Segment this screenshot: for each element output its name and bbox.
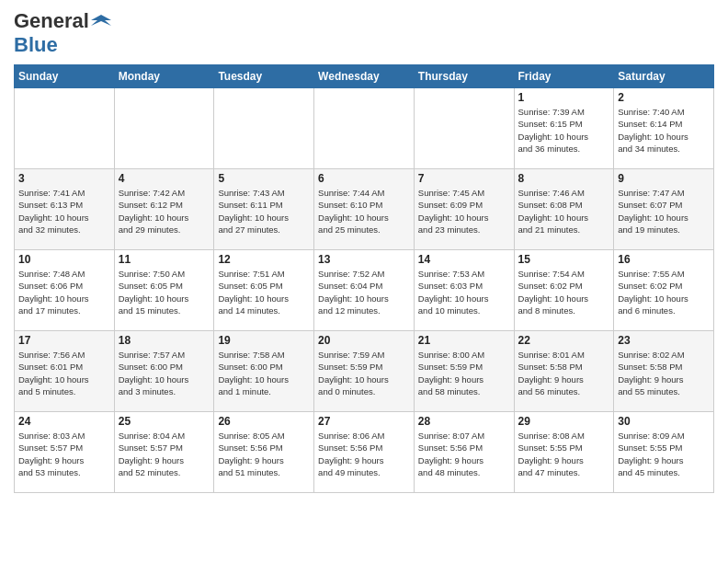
day-number: 19 <box>218 334 310 347</box>
day-content: Sunrise: 7:55 AM Sunset: 6:02 PM Dayligh… <box>618 268 710 316</box>
day-number: 22 <box>518 334 610 347</box>
calendar-cell: 14Sunrise: 7:53 AM Sunset: 6:03 PM Dayli… <box>414 250 514 331</box>
calendar-cell: 11Sunrise: 7:50 AM Sunset: 6:05 PM Dayli… <box>114 250 214 331</box>
day-content: Sunrise: 7:40 AM Sunset: 6:14 PM Dayligh… <box>618 106 710 155</box>
day-content: Sunrise: 7:54 AM Sunset: 6:02 PM Dayligh… <box>518 268 610 316</box>
day-number: 13 <box>318 253 410 266</box>
day-number: 26 <box>218 415 310 428</box>
day-content: Sunrise: 7:52 AM Sunset: 6:04 PM Dayligh… <box>318 268 410 316</box>
calendar-cell: 29Sunrise: 8:08 AM Sunset: 5:55 PM Dayli… <box>514 412 614 493</box>
calendar-cell: 6Sunrise: 7:44 AM Sunset: 6:10 PM Daylig… <box>314 169 415 250</box>
day-number: 3 <box>18 172 110 185</box>
calendar-cell: 25Sunrise: 8:04 AM Sunset: 5:57 PM Dayli… <box>114 412 214 493</box>
day-content: Sunrise: 8:08 AM Sunset: 5:55 PM Dayligh… <box>518 430 610 478</box>
day-number: 17 <box>18 334 110 347</box>
day-content: Sunrise: 8:01 AM Sunset: 5:58 PM Dayligh… <box>518 349 610 397</box>
calendar-cell: 20Sunrise: 7:59 AM Sunset: 5:59 PM Dayli… <box>314 331 415 412</box>
calendar-cell: 21Sunrise: 8:00 AM Sunset: 5:59 PM Dayli… <box>414 331 514 412</box>
day-number: 23 <box>618 334 710 347</box>
day-number: 21 <box>418 334 510 347</box>
day-number: 1 <box>518 91 610 104</box>
calendar-cell: 12Sunrise: 7:51 AM Sunset: 6:05 PM Dayli… <box>214 250 314 331</box>
calendar-week-row: 17Sunrise: 7:56 AM Sunset: 6:01 PM Dayli… <box>15 331 714 412</box>
day-number: 27 <box>318 415 410 428</box>
day-content: Sunrise: 8:05 AM Sunset: 5:56 PM Dayligh… <box>218 430 310 478</box>
day-content: Sunrise: 8:09 AM Sunset: 5:55 PM Dayligh… <box>618 430 710 478</box>
calendar-cell: 5Sunrise: 7:43 AM Sunset: 6:11 PM Daylig… <box>214 169 314 250</box>
day-content: Sunrise: 8:02 AM Sunset: 5:58 PM Dayligh… <box>618 349 710 397</box>
day-content: Sunrise: 7:43 AM Sunset: 6:11 PM Dayligh… <box>218 187 310 236</box>
day-number: 14 <box>418 253 510 266</box>
day-content: Sunrise: 7:46 AM Sunset: 6:08 PM Dayligh… <box>518 187 610 236</box>
calendar-cell: 16Sunrise: 7:55 AM Sunset: 6:02 PM Dayli… <box>614 250 714 331</box>
day-content: Sunrise: 7:57 AM Sunset: 6:00 PM Dayligh… <box>119 349 210 397</box>
calendar-cell: 18Sunrise: 7:57 AM Sunset: 6:00 PM Dayli… <box>114 331 214 412</box>
day-number: 30 <box>618 415 710 428</box>
calendar-cell: 19Sunrise: 7:58 AM Sunset: 6:00 PM Dayli… <box>214 331 314 412</box>
calendar-cell: 28Sunrise: 8:07 AM Sunset: 5:56 PM Dayli… <box>414 412 514 493</box>
day-content: Sunrise: 7:45 AM Sunset: 6:09 PM Dayligh… <box>418 187 510 236</box>
day-content: Sunrise: 8:07 AM Sunset: 5:56 PM Dayligh… <box>418 430 510 478</box>
day-content: Sunrise: 7:42 AM Sunset: 6:12 PM Dayligh… <box>119 187 210 236</box>
svg-marker-0 <box>91 15 111 26</box>
calendar-cell: 27Sunrise: 8:06 AM Sunset: 5:56 PM Dayli… <box>314 412 415 493</box>
day-content: Sunrise: 8:06 AM Sunset: 5:56 PM Dayligh… <box>318 430 410 478</box>
day-number: 28 <box>418 415 510 428</box>
calendar-cell: 26Sunrise: 8:05 AM Sunset: 5:56 PM Dayli… <box>214 412 314 493</box>
day-number: 8 <box>518 172 610 185</box>
day-number: 11 <box>119 253 210 266</box>
day-content: Sunrise: 8:04 AM Sunset: 5:57 PM Dayligh… <box>119 430 210 478</box>
day-number: 10 <box>18 253 110 266</box>
calendar-cell: 13Sunrise: 7:52 AM Sunset: 6:04 PM Dayli… <box>314 250 415 331</box>
calendar-cell: 17Sunrise: 7:56 AM Sunset: 6:01 PM Dayli… <box>15 331 115 412</box>
logo-bird-icon <box>91 11 111 31</box>
calendar-cell <box>414 88 514 169</box>
day-number: 9 <box>618 172 710 185</box>
day-number: 4 <box>119 172 210 185</box>
day-number: 25 <box>119 415 210 428</box>
header-day-sunday: Sunday <box>15 65 115 88</box>
day-content: Sunrise: 7:50 AM Sunset: 6:05 PM Dayligh… <box>119 268 210 316</box>
logo: General Blue <box>14 9 111 57</box>
day-number: 7 <box>418 172 510 185</box>
calendar-cell: 4Sunrise: 7:42 AM Sunset: 6:12 PM Daylig… <box>114 169 214 250</box>
calendar-cell <box>214 88 314 169</box>
calendar-cell: 9Sunrise: 7:47 AM Sunset: 6:07 PM Daylig… <box>614 169 714 250</box>
day-content: Sunrise: 7:39 AM Sunset: 6:15 PM Dayligh… <box>518 106 610 155</box>
calendar-cell <box>314 88 415 169</box>
day-number: 24 <box>18 415 110 428</box>
day-content: Sunrise: 7:48 AM Sunset: 6:06 PM Dayligh… <box>18 268 110 316</box>
header: General Blue <box>14 9 714 57</box>
day-number: 29 <box>518 415 610 428</box>
day-content: Sunrise: 7:51 AM Sunset: 6:05 PM Dayligh… <box>218 268 310 316</box>
calendar-header-row: SundayMondayTuesdayWednesdayThursdayFrid… <box>15 65 714 88</box>
calendar-table: SundayMondayTuesdayWednesdayThursdayFrid… <box>14 64 714 493</box>
logo-blue: Blue <box>14 33 58 56</box>
calendar-cell: 24Sunrise: 8:03 AM Sunset: 5:57 PM Dayli… <box>15 412 115 493</box>
header-day-wednesday: Wednesday <box>314 65 415 88</box>
day-number: 16 <box>618 253 710 266</box>
calendar-cell: 2Sunrise: 7:40 AM Sunset: 6:14 PM Daylig… <box>614 88 714 169</box>
day-content: Sunrise: 7:41 AM Sunset: 6:13 PM Dayligh… <box>18 187 110 236</box>
header-day-thursday: Thursday <box>414 65 514 88</box>
calendar-cell: 15Sunrise: 7:54 AM Sunset: 6:02 PM Dayli… <box>514 250 614 331</box>
calendar-cell: 23Sunrise: 8:02 AM Sunset: 5:58 PM Dayli… <box>614 331 714 412</box>
calendar-cell: 7Sunrise: 7:45 AM Sunset: 6:09 PM Daylig… <box>414 169 514 250</box>
day-content: Sunrise: 7:59 AM Sunset: 5:59 PM Dayligh… <box>318 349 410 397</box>
calendar-week-row: 1Sunrise: 7:39 AM Sunset: 6:15 PM Daylig… <box>15 88 714 169</box>
calendar-week-row: 24Sunrise: 8:03 AM Sunset: 5:57 PM Dayli… <box>15 412 714 493</box>
header-day-monday: Monday <box>114 65 214 88</box>
day-number: 12 <box>218 253 310 266</box>
calendar-week-row: 3Sunrise: 7:41 AM Sunset: 6:13 PM Daylig… <box>15 169 714 250</box>
day-content: Sunrise: 7:47 AM Sunset: 6:07 PM Dayligh… <box>618 187 710 236</box>
logo-general: General <box>14 9 89 33</box>
calendar-cell: 30Sunrise: 8:09 AM Sunset: 5:55 PM Dayli… <box>614 412 714 493</box>
calendar-cell: 22Sunrise: 8:01 AM Sunset: 5:58 PM Dayli… <box>514 331 614 412</box>
calendar-week-row: 10Sunrise: 7:48 AM Sunset: 6:06 PM Dayli… <box>15 250 714 331</box>
day-content: Sunrise: 7:44 AM Sunset: 6:10 PM Dayligh… <box>318 187 410 236</box>
day-number: 5 <box>218 172 310 185</box>
calendar-cell: 10Sunrise: 7:48 AM Sunset: 6:06 PM Dayli… <box>15 250 115 331</box>
day-content: Sunrise: 7:58 AM Sunset: 6:00 PM Dayligh… <box>218 349 310 397</box>
day-number: 6 <box>318 172 410 185</box>
day-content: Sunrise: 7:53 AM Sunset: 6:03 PM Dayligh… <box>418 268 510 316</box>
